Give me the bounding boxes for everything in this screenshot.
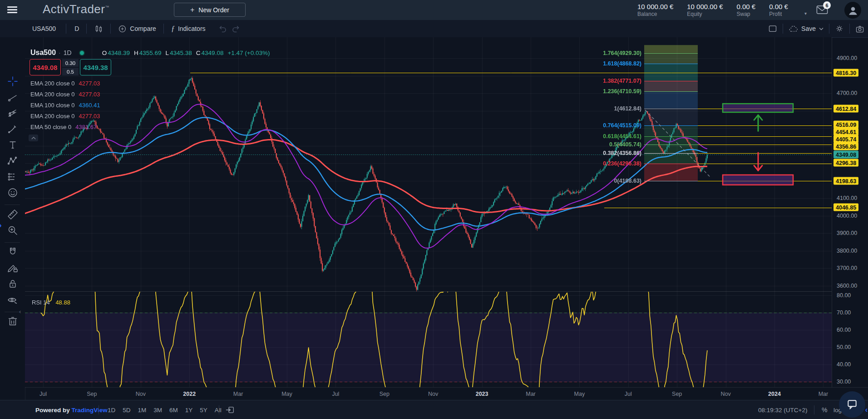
ohlc-low-label: L — [166, 50, 169, 56]
settings-button[interactable] — [835, 24, 844, 33]
range-1d[interactable]: 1D — [108, 407, 115, 414]
text-icon[interactable] — [6, 138, 20, 152]
rsi-value: 48.88 — [55, 299, 70, 306]
stat-value: 10 000.00 € — [637, 3, 673, 10]
separator — [99, 405, 99, 414]
undo-button[interactable] — [218, 25, 227, 33]
price-tick: 3700.00 — [837, 265, 857, 271]
magnet-icon[interactable] — [6, 245, 20, 259]
fib-level-label[interactable]: 0.236(4296.38) — [603, 160, 641, 167]
separator — [86, 24, 87, 34]
spread-indicator: 0.30 0.5 — [62, 59, 79, 75]
stat-equity: 10 000.00 €Equity — [687, 3, 723, 17]
xabcd-pattern-icon[interactable] — [6, 154, 20, 168]
rsi-tick: 40.00 — [837, 361, 851, 368]
snapshot-button[interactable] — [855, 25, 864, 33]
range-all[interactable]: All — [215, 407, 222, 414]
indicator-row[interactable]: EMA 50 close 04381.67 — [30, 121, 100, 132]
fib-level-label[interactable]: 0(4198.63) — [614, 178, 641, 184]
chart-style-icon[interactable] — [94, 24, 103, 33]
percent-scale-button[interactable]: % — [822, 406, 827, 414]
pane-collapse-icon[interactable]: ‹ — [19, 308, 21, 315]
redo-icon — [232, 25, 240, 33]
fib-level-label[interactable]: 1.382(4771.07) — [603, 78, 641, 84]
indicator-row[interactable]: EMA 100 close 04360.41 — [30, 100, 100, 110]
tradingview-link[interactable]: TradingView — [72, 407, 108, 414]
indicators-button[interactable]: ƒ Indicators — [171, 25, 206, 33]
fib-level-label[interactable]: 1(4612.84) — [614, 105, 641, 112]
redo-button[interactable] — [232, 25, 240, 33]
price-tick: 3600.00 — [837, 283, 857, 289]
price-chart[interactable] — [25, 37, 832, 387]
legend-interval[interactable]: 1D — [64, 49, 72, 56]
sidebar-expand-icon[interactable]: › — [0, 221, 2, 230]
app-logo: ActivTrader™ — [43, 2, 109, 16]
market-status-dot[interactable] — [79, 50, 85, 56]
range-5d[interactable]: 5D — [123, 407, 130, 414]
stat-label: Profit — [769, 11, 788, 17]
ruler-icon[interactable] — [6, 208, 20, 221]
brush-icon[interactable] — [6, 122, 20, 136]
fib-level-label[interactable]: 1.618(4868.82) — [603, 60, 641, 67]
legend-symbol[interactable]: Usa500 — [30, 49, 56, 57]
lock-icon[interactable] — [6, 277, 20, 291]
range-5y[interactable]: 5Y — [200, 407, 207, 414]
price-level-badge: 4454.61 — [833, 128, 858, 136]
clock[interactable]: 08:19:32 (UTC+2) — [758, 407, 807, 414]
chat-button[interactable] — [839, 391, 865, 418]
price-level-badge: 4516.09 — [833, 121, 858, 129]
range-6m[interactable]: 6M — [169, 407, 178, 414]
menu-icon[interactable] — [7, 6, 17, 14]
indicator-row[interactable]: EMA 200 close 04277.03 — [30, 78, 100, 89]
buy-button[interactable]: 4349.38 — [80, 59, 111, 75]
trend-line-icon[interactable] — [6, 90, 20, 104]
trash-icon[interactable] — [6, 315, 20, 329]
top-bar: ActivTrader™ + New Order 10 000.00 €Bala… — [0, 0, 868, 20]
indicator-row[interactable]: EMA 200 close 04277.03 — [30, 89, 100, 100]
profit-caret-icon[interactable]: ▾ — [804, 11, 807, 16]
current-price-badge: 4349.08 — [833, 151, 858, 159]
go-to-date-button[interactable] — [225, 406, 235, 414]
layout-icon — [768, 25, 777, 33]
fib-level-label[interactable]: 0.764(4515.09) — [603, 122, 641, 129]
eye-icon[interactable] — [6, 293, 20, 307]
fib-level-label[interactable]: 0.382(4356.86) — [603, 150, 641, 156]
account-stats: 10 000.00 €Balance10 000.00 €Equity0.00 … — [637, 3, 802, 17]
fib-level-label[interactable]: 0.5(4405.74) — [609, 141, 641, 148]
rsi-tick: 80.00 — [837, 292, 851, 299]
bottom-bar: Powered by TradingView 1D5D1M3M6M1Y5YAll… — [0, 400, 868, 419]
chart-toolbar: USA500 D Compare ƒ Indicators — [0, 20, 868, 38]
collapse-right-icon[interactable]: ‹ — [865, 406, 868, 414]
layout-button[interactable] — [768, 25, 777, 33]
time-tick: Jul — [332, 391, 339, 397]
time-tick: 2023 — [476, 391, 488, 397]
fib-level-label[interactable]: 1.764(4929.30) — [603, 50, 641, 56]
range-3m[interactable]: 3M — [153, 407, 162, 414]
price-level-badge: 4816.30 — [833, 69, 858, 77]
new-order-button[interactable]: + New Order — [174, 3, 246, 17]
range-1y[interactable]: 1Y — [185, 407, 193, 414]
time-tick: Nov — [428, 391, 438, 397]
compare-button[interactable]: Compare — [118, 25, 156, 33]
time-tick: May — [574, 391, 585, 397]
fib-level-label[interactable]: 0.618(4454.61) — [603, 133, 641, 140]
indicator-row[interactable]: EMA 200 close 04277.03 — [30, 110, 100, 121]
time-axis[interactable]: JulSepNov2022MarMayJulSepNov2023MarMayJu… — [25, 387, 868, 400]
symbol-search-button[interactable]: USA500 — [32, 25, 56, 32]
emoji-icon[interactable] — [6, 186, 20, 200]
interval-button[interactable]: D — [74, 25, 79, 32]
range-1m[interactable]: 1M — [138, 407, 147, 414]
price-axis[interactable]: 4900.004700.004100.004000.003900.003800.… — [832, 37, 868, 387]
legend-collapse-button[interactable] — [29, 135, 38, 141]
fib-level-label[interactable]: 1.236(4710.59) — [603, 88, 641, 95]
forecast-icon[interactable] — [6, 170, 20, 184]
crosshair-icon[interactable] — [6, 75, 20, 88]
rsi-tick: 60.00 — [837, 327, 851, 333]
avatar[interactable] — [844, 2, 861, 19]
zoom-in-icon[interactable] — [6, 224, 20, 237]
gann-fib-icon[interactable] — [6, 106, 20, 120]
sell-button[interactable]: 4349.08 — [30, 59, 61, 75]
save-button[interactable]: Save — [789, 25, 824, 33]
ohlc-high-value: 4355.69 — [139, 50, 162, 56]
draw-lock-icon[interactable] — [6, 261, 20, 275]
